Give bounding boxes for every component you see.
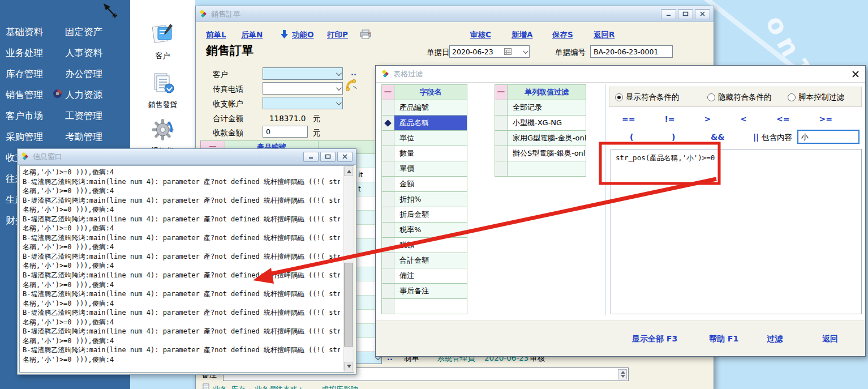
field-row[interactable]: 事后备注 bbox=[382, 284, 467, 299]
field-row[interactable]: 產品名稱 bbox=[382, 116, 467, 131]
fax-combo[interactable] bbox=[263, 82, 343, 95]
operator-button[interactable]: != bbox=[664, 114, 674, 123]
field-row[interactable]: 數量 bbox=[382, 146, 467, 161]
value-cell[interactable]: 全部记录 bbox=[508, 100, 586, 116]
menu-print[interactable]: 打印P bbox=[327, 30, 348, 40]
toolbar-item-customer[interactable]: 客户 bbox=[130, 23, 195, 61]
chevron-down-icon[interactable] bbox=[336, 100, 342, 105]
field-row[interactable]: 税額 bbox=[382, 238, 467, 253]
dialog-button[interactable]: 显示全部 F3 bbox=[632, 334, 677, 344]
nav-menu-item[interactable]: 固定资产 bbox=[65, 26, 102, 39]
value-cell[interactable] bbox=[508, 161, 586, 177]
field-row[interactable]: 合計金額 bbox=[382, 253, 467, 268]
field-name-cell[interactable]: 事后备注 bbox=[394, 284, 467, 299]
close-icon[interactable] bbox=[852, 70, 860, 78]
chevron-down-icon[interactable] bbox=[523, 48, 528, 54]
menu-prev-doc[interactable]: 前单L bbox=[206, 30, 226, 40]
menu-next-doc[interactable]: 后单N bbox=[241, 30, 263, 40]
field-row[interactable] bbox=[382, 299, 467, 314]
received-amount-input[interactable] bbox=[263, 126, 308, 138]
field-name-cell[interactable]: 備注 bbox=[394, 268, 467, 284]
value-row[interactable]: 家用G型電腦-金奥-onlyit bbox=[495, 131, 586, 146]
field-name-cell[interactable]: 折扣% bbox=[394, 192, 467, 207]
menu-return[interactable]: 返回R bbox=[594, 30, 615, 40]
value-row[interactable]: 辦公S型電腦-銀奥-onlyit bbox=[495, 146, 586, 161]
field-name-cell[interactable]: 產品名稱 bbox=[394, 116, 467, 131]
field-name-cell[interactable]: 單價 bbox=[394, 161, 467, 177]
contains-input[interactable] bbox=[797, 130, 860, 144]
menu-add[interactable]: 新增A bbox=[512, 30, 532, 40]
value-cell[interactable]: 辦公S型電腦-銀奥-onlyit bbox=[508, 146, 586, 161]
operator-button[interactable]: || bbox=[753, 132, 759, 142]
scroll-thumb[interactable] bbox=[344, 263, 353, 347]
customer-lookup-button[interactable]: .. bbox=[351, 69, 356, 77]
filter-mode-radio[interactable]: 显示符合条件的 bbox=[615, 92, 680, 102]
operator-button[interactable]: == bbox=[622, 114, 635, 123]
operator-button[interactable]: >= bbox=[819, 114, 832, 123]
printer-icon[interactable] bbox=[360, 29, 371, 39]
close-button[interactable] bbox=[337, 152, 353, 162]
account-combo[interactable] bbox=[263, 97, 343, 109]
field-row[interactable]: 金額 bbox=[382, 177, 467, 192]
radio-icon[interactable] bbox=[788, 93, 796, 101]
dialog-button[interactable]: 返回 bbox=[822, 334, 838, 344]
radio-icon[interactable] bbox=[615, 93, 623, 101]
field-row[interactable]: 税率% bbox=[382, 223, 467, 238]
operator-button[interactable]: ) bbox=[672, 132, 675, 142]
status-virtual-stock[interactable]: 虚拟库影响 bbox=[321, 384, 358, 389]
minimize-button[interactable] bbox=[661, 9, 676, 19]
field-row[interactable]: 折后金額 bbox=[382, 207, 467, 223]
operator-button[interactable]: > bbox=[704, 114, 711, 123]
phone-icon[interactable] bbox=[345, 79, 359, 92]
chevron-down-icon[interactable] bbox=[336, 85, 342, 91]
value-row[interactable]: 小型機-XG-NG bbox=[495, 116, 586, 131]
operator-button[interactable]: && bbox=[711, 132, 724, 142]
operator-button[interactable]: <= bbox=[776, 114, 789, 123]
menu-functions[interactable]: 功能O bbox=[292, 30, 313, 40]
field-name-cell[interactable]: 折后金額 bbox=[394, 207, 467, 223]
status-account[interactable]: 往来账+ bbox=[276, 384, 304, 389]
nav-menu-item[interactable]: 考勤管理 bbox=[65, 131, 102, 143]
field-row[interactable]: 單價 bbox=[382, 161, 467, 177]
field-row[interactable]: 折扣% bbox=[382, 192, 467, 207]
value-row[interactable] bbox=[495, 161, 586, 177]
nav-menu-item[interactable]: 采购管理 bbox=[6, 131, 43, 143]
operator-button[interactable]: < bbox=[740, 114, 747, 123]
value-cell[interactable]: 家用G型電腦-金奥-onlyit bbox=[508, 131, 586, 146]
filter-mode-radio[interactable]: 脚本控制过滤 bbox=[788, 92, 844, 102]
status-inventory[interactable]: 库存-- bbox=[231, 384, 251, 389]
nav-menu-item[interactable]: 工资管理 bbox=[65, 110, 102, 122]
nav-menu-item[interactable]: 销售管理 bbox=[6, 89, 43, 101]
doc-number-input[interactable] bbox=[590, 45, 673, 58]
field-name-cell[interactable]: 金額 bbox=[394, 177, 467, 192]
field-name-cell[interactable]: 税率% bbox=[394, 223, 467, 238]
menu-save[interactable]: 保存S bbox=[552, 30, 573, 40]
scroll-down-arrow[interactable] bbox=[344, 362, 353, 371]
field-row[interactable]: 單位 bbox=[382, 131, 467, 146]
field-row[interactable]: 備注 bbox=[382, 268, 467, 284]
operator-button[interactable]: ( bbox=[630, 132, 633, 142]
nav-menu-item[interactable]: 办公管理 bbox=[65, 68, 102, 80]
menu-audit[interactable]: 审核C bbox=[470, 30, 491, 40]
calendar-icon[interactable] bbox=[504, 48, 512, 55]
nav-menu-item[interactable]: 基础资料 bbox=[6, 26, 43, 39]
nav-menu-item[interactable]: 库存管理 bbox=[6, 68, 43, 80]
field-name-cell[interactable] bbox=[394, 299, 467, 314]
dialog-button[interactable]: 过滤 bbox=[767, 334, 783, 344]
minimize-button[interactable] bbox=[303, 152, 319, 162]
field-name-cell[interactable]: 單位 bbox=[394, 131, 467, 146]
nav-menu-item[interactable]: 客户市场 bbox=[6, 110, 43, 122]
info-window-titlebar[interactable]: 信息窗口 bbox=[18, 149, 356, 165]
doc-date-combo[interactable]: 2020-06-23 bbox=[449, 45, 530, 58]
field-name-cell[interactable]: 產品編號 bbox=[394, 100, 467, 116]
value-row[interactable]: 全部记录 bbox=[495, 100, 586, 116]
field-name-cell[interactable]: 税額 bbox=[394, 238, 467, 253]
field-name-cell[interactable]: 數量 bbox=[394, 146, 467, 161]
nav-menu-item[interactable]: 人力资源 bbox=[65, 89, 102, 101]
filter-dialog-titlebar[interactable]: 表格过滤 bbox=[376, 66, 865, 83]
chevron-down-icon[interactable] bbox=[336, 70, 342, 76]
status-business[interactable]: 业务 bbox=[213, 384, 227, 389]
restore-button[interactable] bbox=[320, 152, 336, 162]
note-spinner[interactable] bbox=[618, 369, 627, 379]
customer-combo[interactable] bbox=[263, 67, 343, 80]
